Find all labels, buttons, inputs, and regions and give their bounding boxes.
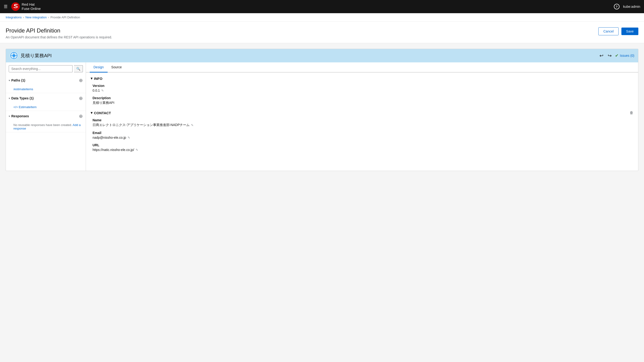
description-value: 見積り業務API (92, 101, 114, 105)
responses-title-area: ▾ Responses (9, 114, 29, 118)
responses-chevron-icon: ▾ (9, 115, 10, 118)
data-type-item[interactable]: </> EstimateItem (6, 104, 86, 111)
contact-email-label: Email (92, 131, 634, 135)
add-response-button[interactable]: ⊕ (79, 113, 83, 119)
search-button[interactable]: 🔍 (74, 65, 83, 72)
tabs-bar: Design Source (86, 62, 638, 72)
contact-section-header: ▾ CONTACT 🗑 (91, 111, 634, 115)
data-types-title-area: ▾ Data Types (1) (9, 96, 34, 100)
page-header-left: Provide API Definition An OpenAPI docume… (6, 27, 112, 39)
contact-name-label: Name (92, 118, 634, 122)
cancel-button[interactable]: Cancel (598, 27, 618, 35)
contact-email-edit-icon[interactable]: ✎ (128, 136, 130, 140)
paths-section-title-area: ▾ Paths (1) (9, 78, 25, 82)
version-value: 0.0.1 (92, 88, 100, 92)
api-icon (10, 51, 18, 60)
contact-email-value: nadp@nissho-ele.co.jp (92, 136, 126, 140)
description-field: Description 見積り業務API (91, 96, 634, 105)
tab-design[interactable]: Design (90, 62, 108, 72)
no-responses-text: No reusable responses have been created.… (6, 121, 86, 132)
page-header: Provide API Definition An OpenAPI docume… (0, 22, 644, 43)
add-path-button[interactable]: ⊕ (79, 78, 83, 83)
issues-badge[interactable]: ✔ Issues (0) (615, 53, 634, 58)
paths-section-header[interactable]: ▾ Paths (1) ⊕ (6, 75, 86, 86)
hamburger-menu[interactable]: ☰ (4, 4, 8, 9)
contact-chevron-icon: ▾ (91, 111, 92, 115)
path-item[interactable]: /estimateitems (6, 86, 86, 93)
api-title-text: 見積り業務API (20, 52, 52, 59)
breadcrumb-current: Provide API Definition (50, 16, 80, 19)
right-panel: Design Source ▾ INFO Version (86, 62, 638, 171)
contact-name-field: Name 日商エレクトロニクス-アプリケーション事業推進部-NADPチーム ✎ (91, 118, 634, 127)
contact-url-label: URL (92, 143, 634, 147)
version-field: Version 0.0.1 ✎ (91, 84, 634, 92)
api-editor-panel: 見積り業務API ↩ ↪ ✔ Issues (0) 🔍 (6, 49, 638, 171)
user-menu[interactable]: kube:admin (623, 5, 640, 8)
contact-name-value-area: 日商エレクトロニクス-アプリケーション事業推進部-NADPチーム ✎ (92, 123, 634, 127)
contact-delete-icon[interactable]: 🗑 (630, 111, 634, 115)
nav-right: ? kube:admin (614, 4, 640, 10)
contact-url-edit-icon[interactable]: ✎ (136, 148, 138, 152)
description-label: Description (92, 96, 634, 100)
data-types-section-header[interactable]: ▾ Data Types (1) ⊕ (6, 93, 86, 104)
contact-name-value: 日商エレクトロニクス-アプリケーション事業推進部-NADPチーム (92, 123, 190, 127)
issues-check-icon: ✔ (615, 53, 618, 58)
save-button[interactable]: Save (622, 28, 638, 35)
breadcrumb: Integrations › New integration › Provide… (0, 13, 644, 22)
nav-left: ☰ Red Hat Fuse Online (4, 2, 41, 11)
breadcrumb-new-integration[interactable]: New integration (26, 16, 46, 19)
data-types-section: ▾ Data Types (1) ⊕ </> EstimateItem (6, 93, 86, 111)
paths-chevron-icon: ▾ (9, 79, 10, 82)
info-section: ▾ INFO Version 0.0.1 ✎ Description (91, 76, 634, 105)
breadcrumb-sep-2: › (48, 16, 49, 19)
version-edit-icon[interactable]: ✎ (101, 89, 104, 92)
version-label: Version (92, 84, 634, 88)
info-chevron-icon: ▾ (91, 76, 92, 80)
contact-section-toggle[interactable]: ▾ CONTACT (91, 111, 111, 115)
api-title-area: 見積り業務API (10, 51, 52, 60)
undo-button[interactable]: ↩ (598, 52, 604, 59)
data-types-chevron-icon: ▾ (9, 97, 10, 100)
contact-email-field: Email nadp@nissho-ele.co.jp ✎ (91, 131, 634, 140)
content-area: ▾ INFO Version 0.0.1 ✎ Description (86, 72, 638, 161)
issues-label: Issues (0) (620, 54, 634, 58)
breadcrumb-sep-1: › (23, 16, 24, 19)
redo-button[interactable]: ↪ (607, 52, 613, 59)
breadcrumb-integrations[interactable]: Integrations (6, 16, 22, 19)
responses-section-label: Responses (11, 114, 29, 118)
page-header-actions: Cancel Save (598, 27, 638, 35)
paths-section-label: Paths (1) (11, 78, 25, 82)
info-section-toggle[interactable]: ▾ INFO (91, 76, 634, 80)
api-editor-header: 見積り業務API ↩ ↪ ✔ Issues (0) (6, 49, 638, 62)
api-editor-actions: ↩ ↪ ✔ Issues (0) (598, 52, 634, 59)
brand-name-text: Red Hat Fuse Online (22, 2, 41, 11)
responses-section-header[interactable]: ▾ Responses ⊕ (6, 111, 86, 121)
help-icon[interactable]: ? (614, 4, 620, 10)
description-value-area: 見積り業務API (92, 101, 634, 105)
tab-source[interactable]: Source (108, 62, 126, 72)
page-description: An OpenAPI document that defines the RES… (6, 35, 112, 39)
api-editor-body: 🔍 ▾ Paths (1) ⊕ /estimateitems (6, 62, 638, 171)
contact-url-value-area: https://natic.nissho-ele.co.jp/ ✎ (92, 148, 634, 152)
contact-section: ▾ CONTACT 🗑 Name 日商エレクトロニクス-アプリケーション事業推進… (91, 111, 634, 152)
left-panel: 🔍 ▾ Paths (1) ⊕ /estimateitems (6, 62, 86, 171)
top-navigation: ☰ Red Hat Fuse Online ? kube:admin (0, 0, 644, 13)
search-bar: 🔍 (6, 65, 86, 75)
redhat-logo-icon (11, 2, 20, 11)
contact-email-value-area: nadp@nissho-ele.co.jp ✎ (92, 136, 634, 140)
page-title: Provide API Definition (6, 27, 112, 34)
add-data-type-button[interactable]: ⊕ (79, 96, 83, 101)
contact-section-label: CONTACT (94, 111, 111, 115)
contact-url-field: URL https://natic.nissho-ele.co.jp/ ✎ (91, 143, 634, 152)
brand-logo-area: Red Hat Fuse Online (11, 2, 41, 11)
responses-section: ▾ Responses ⊕ No reusable responses have… (6, 111, 86, 132)
search-input[interactable] (9, 65, 72, 72)
version-value-area: 0.0.1 ✎ (92, 88, 634, 92)
paths-section: ▾ Paths (1) ⊕ /estimateitems (6, 75, 86, 93)
data-types-section-label: Data Types (1) (11, 96, 34, 100)
svg-point-0 (11, 2, 20, 11)
contact-name-edit-icon[interactable]: ✎ (191, 124, 194, 127)
info-section-label: INFO (94, 76, 102, 80)
main-content: 見積り業務API ↩ ↪ ✔ Issues (0) 🔍 (0, 43, 644, 362)
contact-url-value: https://natic.nissho-ele.co.jp/ (92, 148, 134, 152)
